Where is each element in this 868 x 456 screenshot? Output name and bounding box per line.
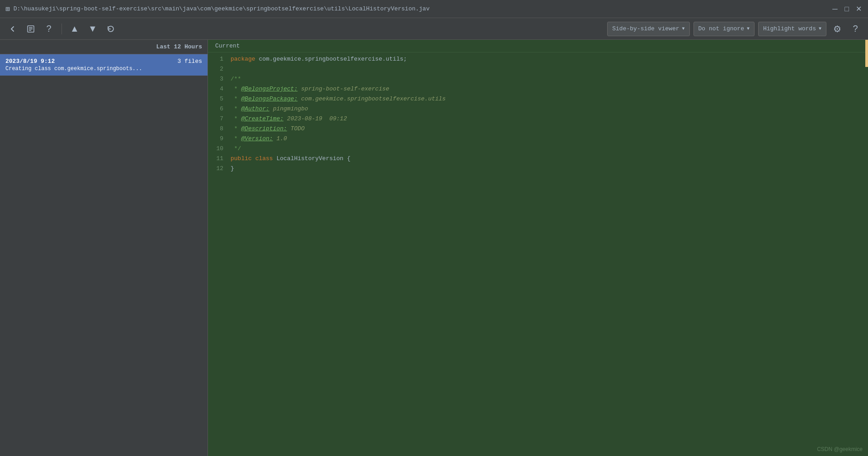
watermark: CSDN @geekmice bbox=[817, 446, 863, 452]
history-item-top: 2023/8/19 9:12 3 files bbox=[5, 58, 202, 65]
code-line-4: 4 * @BelongsProject: spring-boot-self-ex… bbox=[208, 84, 868, 94]
code-line-11: 11 public class LocalHistoryVersion { bbox=[208, 154, 868, 164]
line-number: 9 bbox=[208, 134, 231, 144]
line-number: 12 bbox=[208, 164, 231, 174]
line-content: package com.geekmice.springbootselfexerc… bbox=[231, 54, 868, 64]
code-line-6: 6 * @Author: pingmingbo bbox=[208, 104, 868, 114]
line-number: 10 bbox=[208, 144, 231, 154]
line-content: * @Author: pingmingbo bbox=[231, 104, 868, 114]
code-line-12: 12 } bbox=[208, 164, 868, 174]
history-button[interactable] bbox=[24, 22, 38, 36]
line-number: 3 bbox=[208, 74, 231, 84]
close-button[interactable]: ✕ bbox=[854, 5, 863, 13]
right-panel-header: Current bbox=[208, 40, 868, 52]
code-line-2: 2 bbox=[208, 64, 868, 74]
line-number: 4 bbox=[208, 84, 231, 94]
code-area[interactable]: 1 package com.geekmice.springbootselfexe… bbox=[208, 52, 868, 456]
line-number: 6 bbox=[208, 104, 231, 114]
separator-1 bbox=[61, 24, 62, 34]
line-number: 7 bbox=[208, 114, 231, 124]
back-button[interactable] bbox=[5, 22, 20, 36]
chevron-down-icon: ▼ bbox=[682, 26, 685, 31]
file-path: D:\huasukeji\spring-boot-self-exercise\s… bbox=[14, 5, 826, 12]
settings-button[interactable]: ⚙ bbox=[830, 22, 844, 36]
app-icon: ⊞ bbox=[5, 5, 10, 14]
code-line-3: 3 /** bbox=[208, 74, 868, 84]
code-line-10: 10 */ bbox=[208, 144, 868, 154]
history-item-description: Creating class com.geekmice.springboots.… bbox=[5, 66, 202, 72]
line-content: */ bbox=[231, 144, 868, 154]
revert-button[interactable] bbox=[104, 22, 118, 36]
history-item-date: 2023/8/19 9:12 bbox=[5, 58, 55, 65]
ignore-dropdown[interactable]: Do not ignore ▼ bbox=[693, 22, 755, 36]
nav-down-button[interactable]: ▼ bbox=[85, 22, 100, 36]
maximize-button[interactable]: □ bbox=[843, 5, 851, 13]
line-content: * @Description: TODO bbox=[231, 124, 868, 134]
scrollbar-indicator[interactable] bbox=[865, 40, 868, 67]
code-line-8: 8 * @Description: TODO bbox=[208, 124, 868, 134]
code-line-9: 9 * @Version: 1.0 bbox=[208, 134, 868, 144]
code-line-7: 7 * @CreateTime: 2023-08-19 09:12 bbox=[208, 114, 868, 124]
chevron-down-icon: ▼ bbox=[819, 26, 821, 31]
line-content: public class LocalHistoryVersion { bbox=[231, 154, 868, 164]
chevron-down-icon: ▼ bbox=[747, 26, 750, 31]
line-number: 2 bbox=[208, 64, 231, 74]
line-number: 8 bbox=[208, 124, 231, 134]
right-panel: Current 1 package com.geekmice.springboo… bbox=[208, 40, 868, 456]
help-button-left[interactable]: ? bbox=[42, 22, 56, 36]
window-controls: ─ □ ✕ bbox=[831, 5, 863, 13]
code-line-1: 1 package com.geekmice.springbootselfexe… bbox=[208, 54, 868, 64]
main-layout: Last 12 Hours 2023/8/19 9:12 3 files Cre… bbox=[0, 40, 868, 456]
highlight-dropdown[interactable]: Highlight words ▼ bbox=[758, 22, 826, 36]
line-content: /** bbox=[231, 74, 868, 84]
line-content: * @CreateTime: 2023-08-19 09:12 bbox=[231, 114, 868, 124]
line-content: * @BelongsProject: spring-boot-self-exer… bbox=[231, 84, 868, 94]
viewer-dropdown[interactable]: Side-by-side viewer ▼ bbox=[607, 22, 689, 36]
history-item[interactable]: 2023/8/19 9:12 3 files Creating class co… bbox=[0, 54, 208, 76]
history-header: Last 12 Hours bbox=[0, 40, 208, 54]
line-number: 5 bbox=[208, 94, 231, 104]
code-line-5: 5 * @BelongsPackage: com.geekmice.spring… bbox=[208, 94, 868, 104]
history-item-count: 3 files bbox=[177, 58, 202, 65]
line-content: * @BelongsPackage: com.geekmice.springbo… bbox=[231, 94, 868, 104]
title-bar: ⊞ D:\huasukeji\spring-boot-self-exercise… bbox=[0, 0, 868, 18]
help-button-right[interactable]: ? bbox=[848, 22, 863, 36]
line-number: 1 bbox=[208, 54, 231, 64]
nav-up-button[interactable]: ▲ bbox=[67, 22, 82, 36]
minimize-button[interactable]: ─ bbox=[831, 5, 839, 13]
line-content: * @Version: 1.0 bbox=[231, 134, 868, 144]
line-number: 11 bbox=[208, 154, 231, 164]
toolbar: ? ▲ ▼ Side-by-side viewer ▼ Do not ignor… bbox=[0, 18, 868, 40]
left-panel: Last 12 Hours 2023/8/19 9:12 3 files Cre… bbox=[0, 40, 208, 456]
line-content bbox=[231, 64, 868, 74]
line-content: } bbox=[231, 164, 868, 174]
